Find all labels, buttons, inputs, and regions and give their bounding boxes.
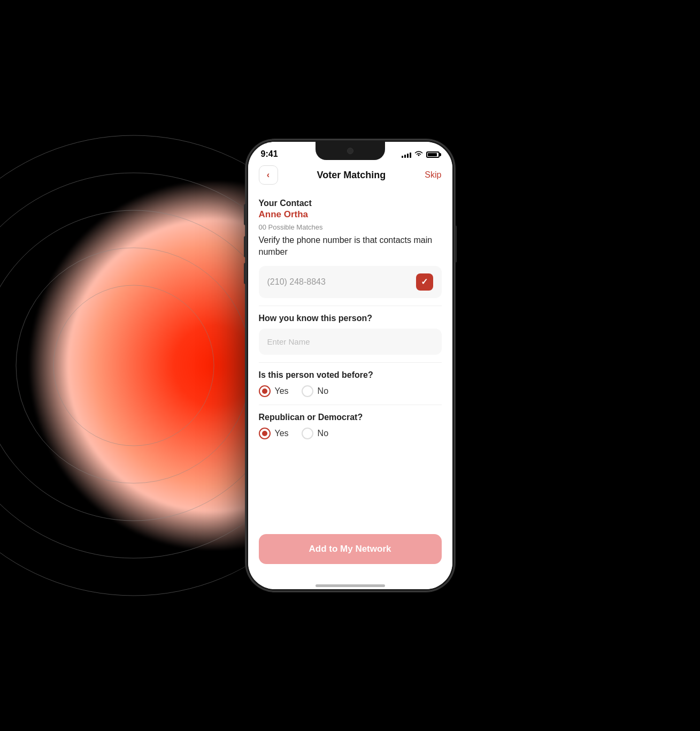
checkmark-icon: ✓ <box>421 277 428 287</box>
party-yes-radio[interactable] <box>259 428 271 439</box>
party-no-label: No <box>318 429 328 438</box>
how-you-know-label: How you know this person? <box>259 314 442 323</box>
voted-before-radio-group: Yes No <box>259 385 442 397</box>
nav-bar: ‹ Voter Matching Skip <box>248 159 452 190</box>
phone-frame: 9:41 <box>246 140 455 591</box>
party-yes-label: Yes <box>275 429 289 438</box>
phone-screen: 9:41 <box>248 142 452 589</box>
main-content: Your Contact Anne Ortha 00 Possible Matc… <box>248 190 452 526</box>
battery-fill <box>428 153 437 156</box>
phone-input-row: (210) 248-8843 ✓ <box>259 266 442 298</box>
bottom-area: Add to My Network <box>248 526 452 580</box>
voted-no-label: No <box>318 386 328 396</box>
home-indicator <box>248 580 452 589</box>
phone-number-display: (210) 248-8843 <box>267 277 416 287</box>
signal-bar-3 <box>407 154 409 158</box>
status-icons <box>402 149 440 158</box>
phone-device: 9:41 <box>246 140 455 591</box>
home-bar <box>316 584 385 587</box>
voted-yes-option[interactable]: Yes <box>259 385 289 397</box>
signal-bar-4 <box>410 153 411 158</box>
back-chevron-icon: ‹ <box>267 170 270 180</box>
voted-no-radio[interactable] <box>302 385 313 397</box>
voted-no-option[interactable]: No <box>302 385 328 397</box>
add-to-network-button[interactable]: Add to My Network <box>259 534 442 564</box>
notch <box>316 142 385 160</box>
republican-democrat-label: Republican or Democrat? <box>259 413 442 422</box>
voted-before-label: Is this person voted before? <box>259 370 442 380</box>
signal-icon <box>402 151 411 158</box>
verify-text: Verify the phone number is that contacts… <box>259 234 442 258</box>
your-contact-label: Your Contact <box>259 199 442 208</box>
enter-name-input[interactable]: Enter Name <box>259 329 442 355</box>
front-camera <box>347 148 353 154</box>
svg-point-0 <box>53 285 214 446</box>
wifi-icon <box>414 150 423 158</box>
divider-1 <box>259 306 442 306</box>
party-radio-group: Yes No <box>259 428 442 439</box>
status-bar: 9:41 <box>248 142 452 159</box>
page-title: Voter Matching <box>317 170 386 181</box>
party-no-option[interactable]: No <box>302 428 328 439</box>
status-time: 9:41 <box>261 149 278 159</box>
party-no-radio[interactable] <box>302 428 313 439</box>
voted-yes-label: Yes <box>275 386 289 396</box>
battery-icon <box>426 151 440 158</box>
contact-name: Anne Ortha <box>259 209 442 220</box>
party-yes-dot <box>262 431 267 436</box>
signal-bar-2 <box>404 155 406 158</box>
svg-point-1 <box>16 248 251 483</box>
divider-3 <box>259 405 442 405</box>
back-button[interactable]: ‹ <box>259 165 278 185</box>
party-yes-option[interactable]: Yes <box>259 428 289 439</box>
divider-2 <box>259 362 442 363</box>
enter-name-placeholder: Enter Name <box>267 337 310 346</box>
check-badge: ✓ <box>416 273 433 291</box>
matches-count: 00 Possible Matches <box>259 223 442 231</box>
voted-yes-radio[interactable] <box>259 385 271 397</box>
signal-bar-1 <box>402 156 403 158</box>
voted-yes-dot <box>262 389 267 394</box>
skip-button[interactable]: Skip <box>425 170 441 180</box>
